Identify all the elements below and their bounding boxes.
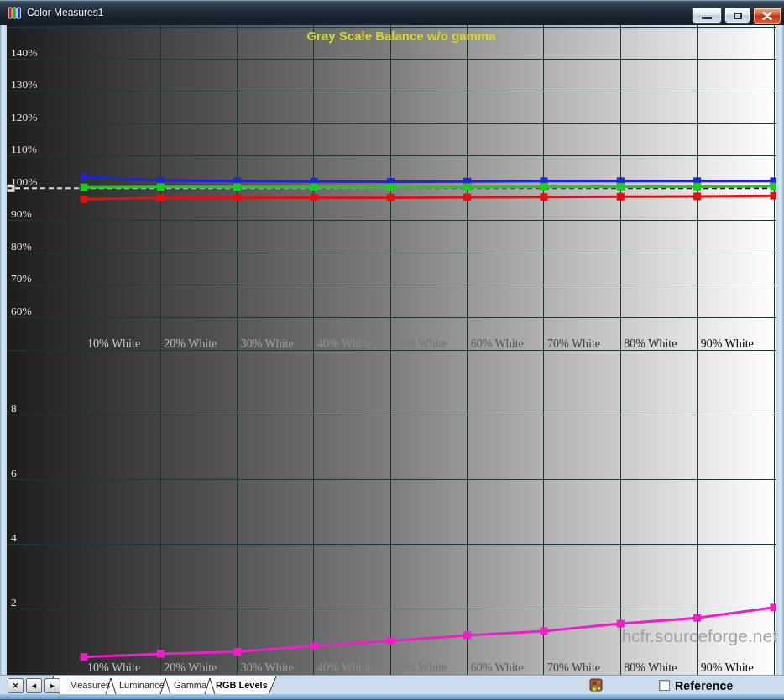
svg-text:40% White: 40% White	[317, 337, 370, 350]
svg-text:2: 2	[11, 596, 17, 609]
svg-text:20% White: 20% White	[164, 661, 217, 674]
svg-text:10% White: 10% White	[87, 661, 140, 674]
grayscale-balance-chart: 140%130%120%110%90%80%70%60%100%864210% …	[7, 25, 776, 675]
svg-text:30% White: 30% White	[241, 661, 294, 674]
color-measures-window: Color Measures1 140%130%120%110%90%80%70…	[0, 0, 784, 700]
svg-text:50% White: 50% White	[394, 337, 447, 350]
svg-text:6: 6	[11, 467, 17, 479]
minimize-icon	[702, 17, 712, 19]
svg-text:40% White: 40% White	[317, 661, 370, 674]
svg-text:10% White: 10% White	[87, 337, 140, 350]
tab-close-button[interactable]: ✕	[8, 678, 24, 693]
title-bar[interactable]: Color Measures1	[0, 0, 784, 25]
svg-text:50% White: 50% White	[394, 661, 447, 674]
svg-text:80% White: 80% White	[624, 337, 677, 350]
tab-gamma[interactable]: Gamma	[174, 676, 206, 695]
tab-bar: ✕ ◄ ► Measures Luminance Gamma RGB Level…	[0, 675, 784, 694]
svg-text:90% White: 90% White	[701, 661, 754, 674]
svg-text:8: 8	[11, 402, 17, 415]
sensor-status-icon[interactable]	[589, 678, 604, 692]
maximize-button[interactable]	[724, 8, 750, 24]
svg-text:80% White: 80% White	[624, 661, 677, 674]
svg-text:120%: 120%	[11, 111, 38, 123]
svg-text:60%: 60%	[11, 305, 32, 317]
reference-checkbox[interactable]	[659, 680, 670, 691]
window-title: Color Measures1	[27, 7, 103, 18]
window-border-left	[0, 25, 7, 675]
svg-text:110%: 110%	[11, 143, 37, 155]
svg-text:4: 4	[11, 531, 17, 544]
svg-text:90% White: 90% White	[701, 337, 754, 350]
close-icon	[762, 12, 772, 20]
window-border-right	[776, 25, 784, 675]
hcfr-app-icon	[8, 6, 22, 20]
close-button[interactable]	[753, 8, 781, 24]
tab-scroll-right-button[interactable]: ►	[44, 678, 60, 693]
svg-text:30% White: 30% White	[241, 337, 294, 350]
svg-text:20% White: 20% White	[164, 337, 217, 350]
svg-text:80%: 80%	[11, 240, 32, 253]
chart-area: 140%130%120%110%90%80%70%60%100%864210% …	[7, 25, 776, 675]
chart-title: Gray Scale Balance w/o gamma	[306, 29, 496, 43]
svg-text:100%: 100%	[11, 175, 38, 188]
svg-text:90%: 90%	[11, 207, 32, 220]
svg-text:70% White: 70% White	[547, 337, 600, 350]
svg-text:60% White: 60% White	[471, 661, 524, 674]
maximize-icon	[734, 13, 742, 19]
minimize-button[interactable]	[692, 8, 722, 24]
tab-scroll-left-button[interactable]: ◄	[26, 678, 42, 693]
tab-rgb-levels[interactable]: RGB Levels	[216, 676, 268, 695]
svg-text:140%: 140%	[11, 46, 38, 59]
svg-text:70% White: 70% White	[547, 661, 600, 674]
tab-luminance[interactable]: Luminance	[119, 676, 165, 695]
svg-text:70%: 70%	[11, 272, 32, 285]
svg-text:130%: 130%	[11, 78, 38, 91]
window-border-bottom	[0, 694, 784, 700]
reference-checkbox-label: Reference	[675, 678, 734, 693]
tab-measures[interactable]: Measures	[70, 676, 110, 695]
watermark: hcfr.sourceforge.net	[621, 626, 776, 645]
svg-text:60% White: 60% White	[471, 337, 524, 350]
